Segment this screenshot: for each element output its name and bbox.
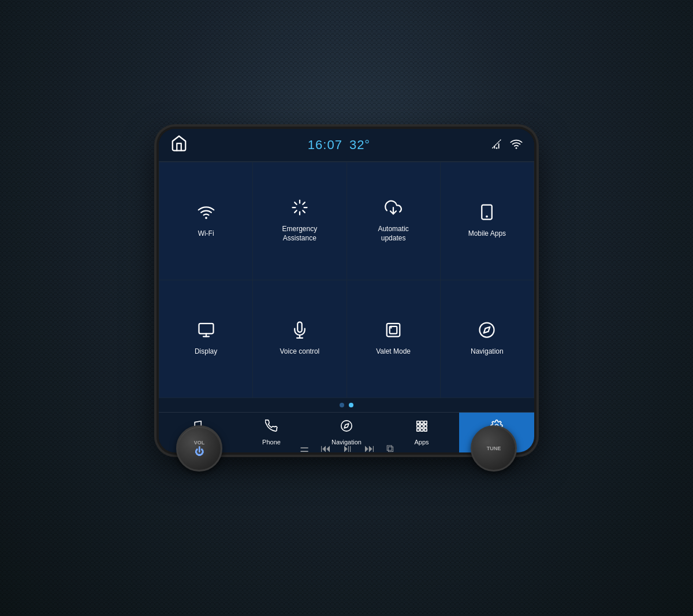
navigation-cell-icon bbox=[478, 321, 495, 342]
physical-controls: VOL ⚌ ⏮ ⏯ ⏭ ⧉ TUNE bbox=[159, 420, 534, 477]
updates-cell-label: Automaticupdates bbox=[378, 225, 408, 243]
wifi-status-icon bbox=[510, 138, 523, 153]
header-time-temp: 16:07 32° bbox=[308, 138, 370, 153]
wifi-cell-icon bbox=[198, 203, 215, 224]
svg-line-13 bbox=[303, 203, 305, 205]
emergency-cell-icon bbox=[291, 199, 308, 219]
voice-cell-label: Voice control bbox=[280, 347, 320, 357]
clock-display: 16:07 bbox=[308, 138, 342, 153]
dot-1[interactable] bbox=[340, 403, 344, 407]
settings-grid: Wi-Fi EmergencyAssistance Automaticupdat… bbox=[159, 162, 534, 398]
svg-marker-26 bbox=[484, 327, 490, 333]
dot-2[interactable] bbox=[349, 403, 353, 407]
valet-cell-icon bbox=[385, 321, 402, 342]
screen-display: 16:07 32° bbox=[159, 129, 534, 452]
fast-forward-button[interactable]: ⏭ bbox=[364, 443, 375, 455]
screen-toggle-button[interactable]: ⧉ bbox=[386, 443, 394, 455]
display-cell-icon bbox=[198, 321, 215, 342]
temperature-display: 32° bbox=[349, 138, 370, 153]
display-cell[interactable]: Display bbox=[159, 280, 252, 398]
svg-line-12 bbox=[295, 211, 297, 213]
tune-label: TUNE bbox=[487, 446, 501, 451]
svg-rect-17 bbox=[199, 324, 213, 334]
wifi-cell-label: Wi-Fi bbox=[198, 229, 214, 239]
wifi-cell[interactable]: Wi-Fi bbox=[159, 162, 252, 280]
navigation-cell[interactable]: Navigation bbox=[441, 280, 534, 398]
voice-cell-icon bbox=[291, 321, 308, 342]
emergency-cell-label: EmergencyAssistance bbox=[282, 225, 318, 243]
emergency-cell[interactable]: EmergencyAssistance bbox=[253, 162, 346, 280]
valet-cell[interactable]: Valet Mode bbox=[347, 280, 440, 398]
signal-icon bbox=[490, 138, 503, 153]
vol-label: VOL bbox=[194, 440, 205, 446]
svg-point-25 bbox=[480, 323, 494, 337]
svg-line-8 bbox=[295, 203, 297, 205]
media-controls: ⚌ ⏮ ⏯ ⏭ ⧉ bbox=[300, 442, 394, 455]
mobile-apps-cell-icon bbox=[478, 203, 495, 224]
navigation-cell-label: Navigation bbox=[471, 347, 504, 357]
display-cell-label: Display bbox=[195, 347, 217, 357]
equalizer-button[interactable]: ⚌ bbox=[300, 442, 309, 455]
home-icon[interactable] bbox=[170, 135, 188, 155]
rewind-button[interactable]: ⏮ bbox=[321, 443, 331, 455]
tune-knob[interactable]: TUNE bbox=[471, 425, 517, 472]
valet-cell-label: Valet Mode bbox=[376, 347, 411, 357]
header-status-icons bbox=[490, 138, 523, 153]
page-indicator bbox=[159, 398, 534, 412]
play-pause-button[interactable]: ⏯ bbox=[342, 443, 353, 455]
voice-cell[interactable]: Voice control bbox=[253, 280, 346, 398]
mobile-apps-cell[interactable]: Mobile Apps bbox=[441, 162, 534, 280]
infotainment-screen: 16:07 32° bbox=[159, 129, 534, 452]
screen-header: 16:07 32° bbox=[159, 129, 534, 162]
mobile-apps-cell-label: Mobile Apps bbox=[468, 229, 506, 239]
svg-rect-22 bbox=[387, 324, 400, 337]
svg-line-3 bbox=[493, 139, 501, 148]
updates-cell-icon bbox=[385, 199, 402, 219]
updates-cell[interactable]: Automaticupdates bbox=[347, 162, 440, 280]
volume-knob[interactable]: VOL bbox=[176, 425, 222, 472]
svg-line-9 bbox=[303, 211, 305, 213]
